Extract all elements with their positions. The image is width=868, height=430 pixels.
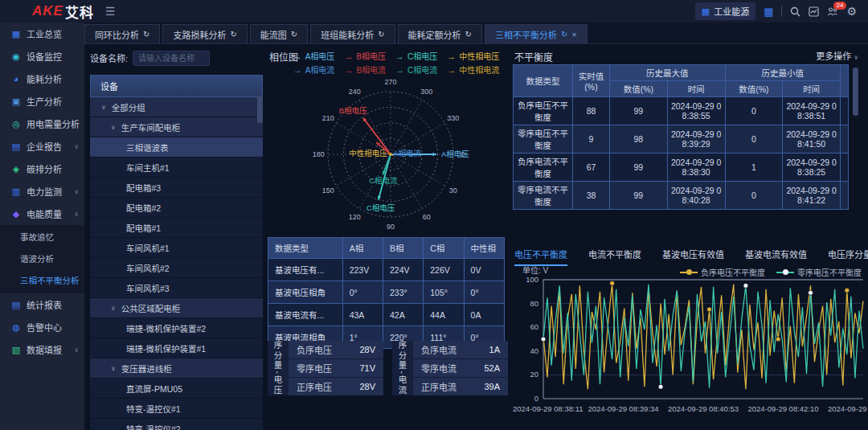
sidebar-item[interactable]: ◍告警中心 bbox=[0, 316, 84, 338]
tree-node[interactable]: ∨变压器进线柜 bbox=[90, 358, 263, 379]
sidebar-item[interactable]: ◉设备监控 bbox=[0, 45, 84, 68]
phase-legend-item[interactable]: →A相电压 bbox=[293, 50, 335, 62]
sidebar-item[interactable]: ▤统计报表 bbox=[0, 293, 84, 316]
sequence-box: 序分量-电流负序电流1A零序电流52A正序电流39A bbox=[392, 341, 508, 395]
polar-gridline-radial bbox=[391, 100, 422, 154]
tab-label: 三相不平衡分析 bbox=[495, 28, 557, 41]
phase-table-cell: 224V bbox=[383, 259, 423, 281]
polar-chart: 0306090120150180210240270300330A相电压B相电压C… bbox=[281, 77, 505, 236]
page-tab[interactable]: 能耗定额分析↻ bbox=[398, 24, 482, 43]
tree-node[interactable]: 三相谐波表 bbox=[90, 137, 263, 158]
sidebar-item[interactable]: ▧数据填报∨ bbox=[0, 338, 84, 361]
tree-node[interactable]: 车间风机#3 bbox=[90, 278, 263, 298]
trend-chart: 单位: V0204060801002024-09-29 08:38:112024… bbox=[511, 264, 868, 429]
sidebar-item[interactable]: ◈碳排分析 bbox=[0, 158, 84, 180]
tree-node[interactable]: 配电箱#3 bbox=[90, 178, 263, 198]
collapse-menu-icon[interactable]: ☰ bbox=[105, 5, 116, 18]
phase-legend-item[interactable]: →中性相电压 bbox=[447, 50, 499, 62]
phase-legend-item[interactable]: →中性相电流 bbox=[447, 63, 499, 76]
refresh-icon[interactable]: ↻ bbox=[143, 30, 149, 39]
chevron-down-icon[interactable]: ∨ bbox=[111, 305, 116, 312]
phase-legend-label: C相电流 bbox=[407, 63, 437, 76]
tree-node-label: 公共区域配电柜 bbox=[121, 302, 181, 314]
sidebar-item-label: 用电需量分析 bbox=[27, 117, 80, 130]
trend-xtick-label: 2024-09-29 08:42:10 bbox=[747, 404, 818, 413]
statistics-icon: ▤ bbox=[10, 300, 22, 310]
settings-gear-icon[interactable]: ⚙ bbox=[846, 5, 857, 18]
refresh-icon[interactable]: ↻ bbox=[561, 30, 567, 39]
phase-table-cell: 42A bbox=[383, 304, 423, 326]
sequence-row-label: 正序电压 bbox=[297, 380, 332, 393]
report-doc-icon[interactable] bbox=[809, 6, 819, 17]
chevron-down-icon[interactable]: ∨ bbox=[111, 365, 116, 372]
sidebar-subitem[interactable]: 三相不平衡分析 bbox=[0, 270, 84, 292]
tree-node[interactable]: 车间主机#1 bbox=[90, 158, 263, 178]
refresh-icon[interactable]: ↻ bbox=[378, 30, 384, 39]
alarm-bell-icon: ◍ bbox=[10, 322, 22, 333]
energy-pie-icon: ◕ bbox=[10, 74, 22, 84]
phase-legend-item[interactable]: →B相电压 bbox=[344, 50, 386, 62]
trend-ytick-label: 0 bbox=[534, 394, 538, 403]
unbalance-scrollbar[interactable] bbox=[853, 68, 858, 116]
page-tab[interactable]: 同环比分析↻ bbox=[84, 24, 160, 43]
tree-node[interactable]: 配电箱#2 bbox=[90, 198, 263, 218]
tree-scrollbar[interactable] bbox=[257, 96, 263, 123]
apps-grid-icon[interactable]: ▦ bbox=[764, 6, 773, 18]
sidebar-item[interactable]: ◎用电需量分析 bbox=[0, 113, 84, 135]
unbalance-cell: 负序电流不平衡度 bbox=[514, 154, 573, 182]
unbalance-cell: 99 bbox=[610, 182, 668, 210]
sidebar-item[interactable]: ▥电力监测∨ bbox=[0, 180, 84, 203]
unbalance-table-wrap: 数据类型实时值(%)历史最大值历史最小值数值(%)时间数值(%)时间负序电压不平… bbox=[513, 64, 858, 210]
close-icon[interactable]: × bbox=[571, 30, 576, 39]
sidebar-item[interactable]: ◆电能质量∧ bbox=[0, 203, 84, 225]
trend-unit-label: 单位: V bbox=[522, 265, 549, 275]
tree-node[interactable]: 车间风机#1 bbox=[90, 238, 263, 258]
tree-node[interactable]: 特变-温控仪#1 bbox=[90, 399, 263, 419]
chevron-down-icon[interactable]: ∨ bbox=[101, 104, 106, 111]
device-name-input[interactable] bbox=[133, 51, 210, 66]
sidebar-item-label: 碳排分析 bbox=[27, 162, 62, 175]
tree-node[interactable]: 瑞捷-微机保护装置#1 bbox=[90, 338, 263, 358]
message-center-icon[interactable]: 24 bbox=[827, 6, 838, 17]
phase-legend-item[interactable]: →A相电流 bbox=[293, 63, 335, 76]
arrow-icon: → bbox=[447, 65, 456, 75]
unbalance-header-cell: 时间 bbox=[667, 81, 725, 97]
page-tab[interactable]: 班组能耗分析↻ bbox=[310, 24, 395, 43]
refresh-icon[interactable]: ↻ bbox=[465, 30, 472, 39]
overview-grid-icon: ▦ bbox=[10, 29, 22, 39]
page-tab[interactable]: 三相不平衡分析↻× bbox=[485, 24, 588, 43]
tree-node[interactable]: ∨生产车间配电柜 bbox=[90, 117, 263, 137]
page-tab[interactable]: 支路损耗分析↻ bbox=[162, 24, 247, 43]
trend-marker-dot bbox=[845, 288, 850, 293]
chevron-down-icon[interactable]: ∨ bbox=[111, 124, 116, 131]
sidebar-item[interactable]: ▣生产分析 bbox=[0, 90, 84, 113]
sidebar-subitem[interactable]: 谐波分析 bbox=[0, 248, 84, 270]
polar-angle-label: 180 bbox=[313, 150, 325, 158]
phase-legend-item[interactable]: →B相电流 bbox=[344, 63, 386, 76]
sidebar-item[interactable]: ◕能耗分析 bbox=[0, 68, 84, 90]
unbalance-table-body: 负序电压不平衡度88992024-09-29 08:38:5502024-09-… bbox=[514, 97, 849, 210]
phasor-label: A相电压 bbox=[441, 149, 469, 158]
search-icon[interactable] bbox=[790, 6, 800, 17]
tree-node[interactable]: 特变-温控仪#2 bbox=[90, 419, 263, 430]
refresh-icon[interactable]: ↻ bbox=[291, 30, 297, 39]
topbar-actions: ▦ 工业能源 ▦ 24 ⚙ bbox=[695, 2, 868, 20]
tree-node[interactable]: 配电箱#1 bbox=[90, 218, 263, 238]
tree-node[interactable]: 瑞捷-微机保护装置#2 bbox=[90, 318, 263, 338]
more-actions-button[interactable]: 更多操作∨ bbox=[816, 49, 858, 62]
page-tab[interactable]: 能流图↻ bbox=[250, 24, 308, 43]
phase-table-cell: 105° bbox=[424, 281, 464, 304]
sidebar-subitem[interactable]: 事故追忆 bbox=[0, 227, 84, 248]
tree-node[interactable]: ∨全部分组 bbox=[90, 97, 263, 117]
tree-node-label: 配电箱#3 bbox=[126, 182, 161, 194]
sidebar-item[interactable]: ▤企业报告∨ bbox=[0, 135, 84, 158]
phase-legend-item[interactable]: →C相电压 bbox=[395, 50, 437, 62]
tree-node[interactable]: ∨公共区域配电柜 bbox=[90, 298, 263, 318]
phase-legend-item[interactable]: →C相电流 bbox=[395, 63, 437, 76]
workspace-switcher[interactable]: ▦ 工业能源 bbox=[695, 2, 755, 20]
sidebar-item[interactable]: ▦工业总览 bbox=[0, 23, 84, 45]
tree-node[interactable]: 车间风机#2 bbox=[90, 258, 263, 278]
trend-series-line bbox=[543, 285, 863, 388]
tree-node[interactable]: 直流屏-PMU05 bbox=[90, 379, 263, 399]
refresh-icon[interactable]: ↻ bbox=[230, 30, 236, 39]
